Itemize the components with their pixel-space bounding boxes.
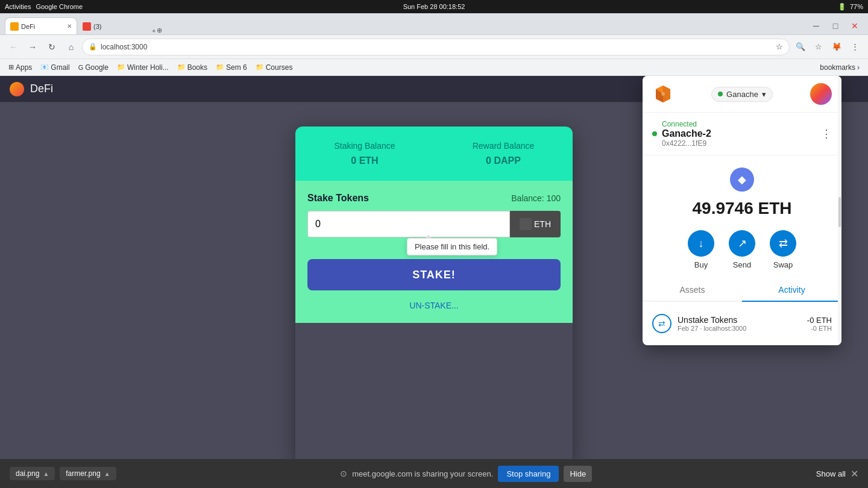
- swap-label: Swap: [773, 260, 793, 269]
- mm-tabs: Assets Activity: [643, 279, 841, 302]
- os-topbar: Activities Google Chrome Sun Feb 28 00:1…: [0, 0, 868, 13]
- reward-balance-value: 0 DAPP: [434, 155, 573, 166]
- bottom-bar-right: Show all ✕: [816, 468, 858, 480]
- new-tab-btn[interactable]: ⊕: [157, 27, 162, 34]
- mm-activity-list: ⇄ Unstake Tokens Feb 27 · localhost:3000…: [643, 302, 841, 345]
- chrome-tabbar: DeFi ✕ (3) +⊕ ─ □ ✕: [0, 13, 868, 35]
- bookmark-google[interactable]: G Google: [75, 62, 112, 73]
- bottom-notification-bar: dai.png ▲ farmer.png ▲ ⊙ meet.google.com…: [0, 459, 868, 488]
- buy-action-btn[interactable]: ↓ Buy: [688, 230, 714, 269]
- bookmark-courses[interactable]: 📁 Courses: [252, 62, 297, 73]
- ext-metamask-icon[interactable]: 🦊: [828, 39, 845, 55]
- download-dai-arrow[interactable]: ▲: [43, 471, 49, 477]
- metamask-logo-icon: [652, 83, 674, 105]
- swap-action-btn[interactable]: ⇄ Swap: [770, 230, 796, 269]
- eth-img-icon: [520, 218, 532, 230]
- stop-sharing-button[interactable]: Stop sharing: [498, 466, 559, 482]
- activity-transaction-icon: ⇄: [652, 314, 671, 333]
- reward-balance: Reward Balance 0 DAPP: [434, 141, 573, 166]
- stake-button[interactable]: STAKE!: [307, 259, 561, 290]
- stake-card: Staking Balance 0 ETH Reward Balance 0 D…: [295, 127, 573, 464]
- mm-account-row: Connected Ganache-2 0x4222...1fE9 ⋮: [643, 113, 841, 155]
- tab-favicon: [10, 22, 19, 31]
- network-selector-btn[interactable]: Ganache ▾: [711, 87, 773, 102]
- account-more-btn[interactable]: ⋮: [821, 127, 832, 140]
- defi-page-title: DeFi: [30, 83, 53, 95]
- reload-btn[interactable]: ↻: [43, 39, 60, 55]
- send-circle-icon: ↗: [729, 230, 755, 257]
- unstake-link[interactable]: UN-STAKE...: [409, 301, 458, 310]
- bookmark-sem6[interactable]: 📁 Sem 6: [212, 62, 251, 73]
- tab-close-icon[interactable]: ✕: [67, 23, 72, 30]
- download-item-farmer: farmer.png ▲: [60, 467, 116, 480]
- network-name: Ganache: [726, 90, 758, 99]
- close-btn[interactable]: ✕: [846, 17, 863, 34]
- svg-point-7: [661, 92, 665, 96]
- bookmarks-bar: ⊞ Apps 📧 Gmail G Google 📁 Winter Holi...…: [0, 59, 868, 76]
- browser-label: Google Chrome: [36, 3, 83, 10]
- bookmarks-more[interactable]: bookmarks ›: [816, 62, 863, 73]
- mm-scrollbar-track: [838, 76, 841, 345]
- mm-actions: ↓ Buy ↗ Send ⇄ Swap: [643, 230, 841, 279]
- defi-logo-icon: [10, 82, 24, 96]
- bookmark-star-icon[interactable]: ☆: [810, 39, 827, 55]
- address-url: localhost:3000: [101, 43, 772, 51]
- unstake-link-container: UN-STAKE...: [307, 300, 561, 311]
- show-all-button[interactable]: Show all: [816, 469, 846, 478]
- lock-icon: 🔒: [89, 43, 97, 51]
- buy-label: Buy: [694, 260, 708, 269]
- network-status-dot: [718, 92, 723, 96]
- ext-more-icon[interactable]: ⋮: [846, 39, 863, 55]
- download-list: dai.png ▲ farmer.png ▲: [10, 467, 116, 480]
- activities-label[interactable]: Activities: [5, 3, 31, 10]
- maximize-btn[interactable]: □: [827, 17, 844, 34]
- address-bar[interactable]: 🔒 localhost:3000 ☆: [82, 39, 790, 55]
- screen-share-text: meet.google.com is sharing your screen.: [352, 469, 493, 478]
- bookmark-gmail[interactable]: 📧 Gmail: [37, 62, 73, 73]
- download-item-dai: dai.png ▲: [10, 467, 55, 480]
- swap-circle-icon: ⇄: [770, 230, 796, 257]
- send-action-btn[interactable]: ↗ Send: [729, 230, 755, 269]
- activity-item-unstake[interactable]: ⇄ Unstake Tokens Feb 27 · localhost:3000…: [652, 309, 832, 338]
- staking-balance: Staking Balance 0 ETH: [295, 141, 434, 166]
- bookmark-winter[interactable]: 📁 Winter Holi...: [113, 62, 172, 73]
- toolbar-extensions: 🔍 ☆ 🦊 ⋮: [792, 39, 863, 55]
- tab-assets[interactable]: Assets: [643, 279, 742, 302]
- account-balance: 49.9746 ETH: [652, 199, 832, 218]
- hide-button[interactable]: Hide: [564, 466, 592, 482]
- chrome-toolbar: ← → ↻ ⌂ 🔒 localhost:3000 ☆ 🔍 ☆ 🦊 ⋮: [0, 35, 868, 59]
- screen-share-section: ⊙ meet.google.com is sharing your screen…: [340, 466, 592, 482]
- staking-balance-value: 0 ETH: [295, 155, 434, 166]
- activity-amount: -0 ETH -0 ETH: [807, 316, 832, 332]
- inactive-tab-1[interactable]: (3): [77, 17, 149, 34]
- folder-icon-4: 📁: [256, 63, 264, 71]
- eth-selector-btn[interactable]: ETH: [510, 211, 561, 237]
- apps-icon: ⊞: [8, 63, 14, 71]
- os-topbar-right: 🔋 77%: [838, 3, 863, 11]
- tab-controls: ─ □ ✕: [803, 17, 868, 34]
- activity-eth-amount2: -0 ETH: [807, 325, 832, 332]
- stake-amount-input[interactable]: [307, 211, 510, 237]
- bookmark-apps[interactable]: ⊞ Apps: [5, 62, 36, 73]
- bookmark-books[interactable]: 📁 Books: [174, 62, 211, 73]
- account-avatar[interactable]: [810, 83, 832, 105]
- more-tabs-indicator: +⊕: [149, 27, 165, 34]
- download-farmer-arrow[interactable]: ▲: [104, 471, 110, 477]
- tab-activity[interactable]: Activity: [742, 279, 841, 302]
- account-address: 0x4222...1fE9: [662, 139, 711, 148]
- back-btn[interactable]: ←: [5, 39, 22, 55]
- star-icon: ☆: [776, 42, 783, 51]
- forward-btn[interactable]: →: [24, 39, 41, 55]
- mm-account-left: Connected Ganache-2 0x4222...1fE9: [652, 120, 711, 148]
- home-btn[interactable]: ⌂: [63, 39, 80, 55]
- folder-icon-1: 📁: [117, 63, 125, 71]
- download-dai-name: dai.png: [16, 469, 39, 478]
- close-bottom-bar-button[interactable]: ✕: [851, 468, 858, 480]
- minimize-btn[interactable]: ─: [808, 17, 825, 34]
- search-icon[interactable]: 🔍: [792, 39, 809, 55]
- validation-tooltip: Please fill in this field.: [407, 238, 497, 255]
- stake-balances: Staking Balance 0 ETH Reward Balance 0 D…: [295, 127, 573, 181]
- send-label: Send: [733, 260, 751, 269]
- fox-svg: [652, 83, 674, 105]
- active-tab[interactable]: DeFi ✕: [5, 17, 77, 34]
